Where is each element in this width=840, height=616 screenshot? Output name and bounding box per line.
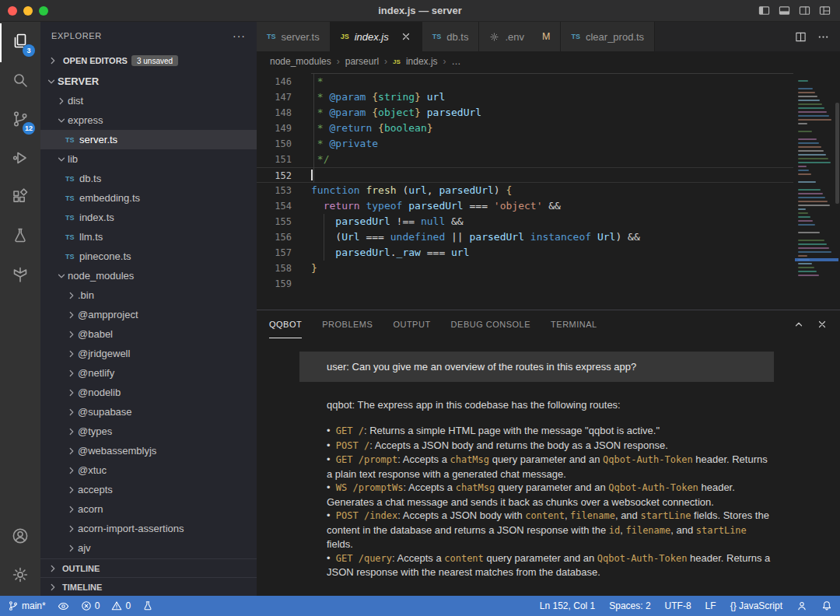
tree-item--xtuc[interactable]: @xtuc <box>40 460 257 480</box>
chevron-right-icon <box>47 55 59 66</box>
status-indentation[interactable]: Spaces: 2 <box>609 600 650 611</box>
toggle-secondary-sidebar-icon[interactable] <box>799 5 810 16</box>
tree-item-label: @supabase <box>78 406 132 418</box>
tab-server-ts[interactable]: TSserver.ts <box>257 22 331 51</box>
ts-file-icon: TS <box>267 33 276 40</box>
activity-testing-button[interactable] <box>0 218 40 257</box>
line-content: function fresh (url, parsedUrl) { <box>311 183 512 198</box>
bot-intro: qqbot: The express app in this codebase … <box>327 399 774 411</box>
tree-item-server[interactable]: SERVER <box>40 72 257 91</box>
tree-item--supabase[interactable]: @supabase <box>40 402 257 422</box>
chevron-up-icon[interactable] <box>793 319 804 330</box>
status-label: Spaces: 2 <box>609 600 650 611</box>
status-watch-toggle[interactable] <box>58 600 69 612</box>
tree-item-ajv[interactable]: ajv <box>40 538 257 558</box>
chevron-right-icon <box>65 426 78 437</box>
tree-item-server-ts[interactable]: TSserver.ts <box>40 130 257 149</box>
tree-item--babel[interactable]: @babel <box>40 324 257 344</box>
tree-item--bin[interactable]: .bin <box>40 285 257 305</box>
panel-tab-output[interactable]: OUTPUT <box>393 310 430 338</box>
code-line-155: 155 parsedUrl !== null && <box>257 214 793 229</box>
tree-item--webassemblyjs[interactable]: @webassemblyjs <box>40 441 257 460</box>
tree-item-label: @babel <box>78 328 113 340</box>
toggle-sidebar-icon[interactable] <box>758 5 770 16</box>
tree-item-db-ts[interactable]: TSdb.ts <box>40 169 257 188</box>
tree-item-dist[interactable]: dist <box>40 91 257 110</box>
tree-item-express[interactable]: express <box>40 110 257 130</box>
panel-tab-problems[interactable]: PROBLEMS <box>322 310 373 338</box>
minimap[interactable] <box>793 72 840 310</box>
tree-item-embedding-ts[interactable]: TSembedding.ts <box>40 188 257 208</box>
more-actions-icon[interactable] <box>817 31 829 43</box>
section-timeline[interactable]: TIMELINE <box>40 577 257 596</box>
status-left: main*00 <box>8 600 165 612</box>
explorer-more-actions-icon[interactable]: ··· <box>233 30 246 42</box>
activity-explorer-button[interactable]: 3 <box>0 23 40 62</box>
panel-tab-debug-console[interactable]: DEBUG CONSOLE <box>451 310 530 338</box>
zoom-window-button[interactable] <box>39 6 48 16</box>
open-editors-section[interactable]: OPEN EDITORS 3 unsaved <box>40 50 257 72</box>
toggle-panel-icon[interactable] <box>779 5 790 16</box>
tree-item--types[interactable]: @types <box>40 422 257 441</box>
panel-tab-terminal[interactable]: TERMINAL <box>551 310 597 338</box>
panel-tab-qqbot[interactable]: QQBOT <box>269 310 302 338</box>
tree-item-lib[interactable]: lib <box>40 149 257 169</box>
status-problems-warnings[interactable]: 0 <box>111 600 131 611</box>
tab-index-js[interactable]: JSindex.js <box>331 22 422 51</box>
tree-item-label: db.ts <box>79 173 101 184</box>
line-number: 159 <box>257 276 292 292</box>
split-editor-icon[interactable] <box>795 31 807 43</box>
activity-source-control-button[interactable]: 12 <box>0 101 40 140</box>
breadcrumb-item[interactable]: parseurl <box>345 56 379 67</box>
editor-scrollbar[interactable] <box>835 103 839 204</box>
chevron-right-icon <box>47 582 59 593</box>
status-feedback[interactable] <box>796 600 807 611</box>
typescript-file-icon: TS <box>65 253 79 261</box>
breadcrumb-item[interactable]: node_modules <box>270 56 331 67</box>
status-encoding[interactable]: UTF-8 <box>665 600 691 611</box>
close-window-button[interactable] <box>8 6 17 16</box>
tab-clear-prod-ts[interactable]: TSclear_prod.ts <box>561 22 655 51</box>
tree-item-pinecone-ts[interactable]: TSpinecone.ts <box>40 247 257 266</box>
tab--env[interactable]: .envM <box>479 22 561 51</box>
breadcrumb-item[interactable]: index.js <box>406 56 438 67</box>
status-eol[interactable]: LF <box>705 600 716 611</box>
close-icon[interactable] <box>817 319 828 330</box>
activity-badge: 12 <box>23 122 35 135</box>
activity-account-button[interactable] <box>0 518 40 557</box>
close-tab-icon[interactable] <box>401 31 411 42</box>
tree-item--ampproject[interactable]: @ampproject <box>40 305 257 324</box>
status-notifications[interactable] <box>821 600 832 611</box>
status-problems-errors[interactable]: 0 <box>81 600 100 611</box>
minimize-window-button[interactable] <box>23 6 33 16</box>
status-git-branch-status[interactable]: main* <box>8 600 46 611</box>
tree-item-acorn-import-assertions[interactable]: acorn-import-assertions <box>40 519 257 538</box>
activity-run-debug-button[interactable] <box>0 140 40 179</box>
activity-settings-button[interactable] <box>0 557 40 596</box>
activity-terraform-button[interactable] <box>0 257 40 296</box>
status-extension-status[interactable] <box>142 600 153 611</box>
bell-icon <box>821 600 832 611</box>
tree-item--jridgewell[interactable]: @jridgewell <box>40 344 257 363</box>
minimap-line <box>798 216 810 218</box>
search-icon <box>11 71 30 93</box>
status-language-mode[interactable]: {} JavaScript <box>730 600 782 611</box>
section-outline[interactable]: OUTLINE <box>40 558 257 577</box>
tree-item-llm-ts[interactable]: TSllm.ts <box>40 227 257 247</box>
tree-item-node-modules[interactable]: node_modules <box>40 266 257 285</box>
activity-extensions-button[interactable] <box>0 179 40 218</box>
typescript-file-icon: TS <box>65 175 79 183</box>
tree-item-accepts[interactable]: accepts <box>40 480 257 499</box>
tree-item--nodelib[interactable]: @nodelib <box>40 383 257 402</box>
tree-item--netlify[interactable]: @netlify <box>40 363 257 383</box>
tree-item-label: dist <box>68 95 83 107</box>
minimap-line <box>798 224 815 226</box>
tree-item-acorn[interactable]: acorn <box>40 499 257 519</box>
activity-search-button[interactable] <box>0 62 40 101</box>
tree-item-label: ajv <box>78 542 91 554</box>
breadcrumb-item[interactable]: … <box>452 56 461 67</box>
status-cursor-position[interactable]: Ln 152, Col 1 <box>540 600 595 611</box>
tree-item-index-ts[interactable]: TSindex.ts <box>40 208 257 227</box>
customize-layout-icon[interactable] <box>819 5 831 16</box>
tab-db-ts[interactable]: TSdb.ts <box>422 22 480 51</box>
